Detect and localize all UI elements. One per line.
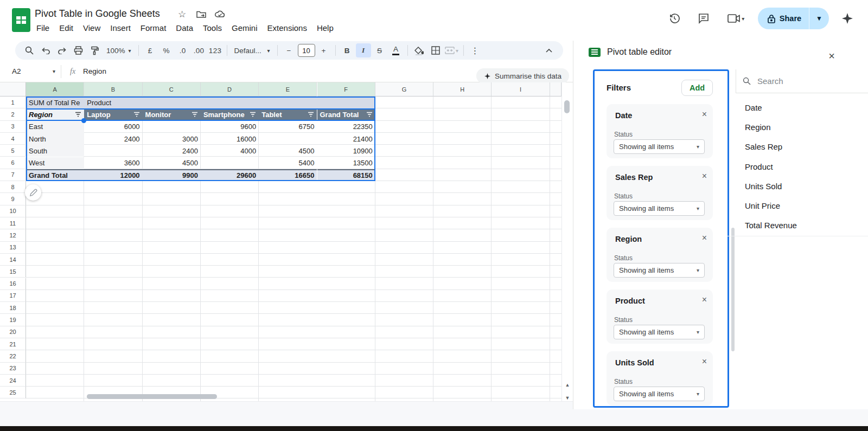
row-header-5[interactable]: 5 [0, 145, 26, 157]
column-header-D[interactable]: D [201, 82, 259, 97]
cell-B1[interactable]: Product [84, 97, 142, 108]
cell-E5[interactable]: 4500 [259, 145, 317, 157]
move-to-folder-icon[interactable] [196, 10, 206, 21]
field-search-input[interactable] [757, 76, 844, 86]
row-header-6[interactable]: 6 [0, 157, 26, 169]
text-color-button[interactable]: A [388, 43, 404, 57]
meet-video-icon[interactable]: ▾ [722, 8, 750, 29]
row-header-21[interactable]: 21 [0, 338, 26, 350]
vertical-scrollbar-thumb[interactable] [564, 100, 570, 113]
borders-icon[interactable] [428, 43, 443, 57]
menu-gemini[interactable]: Gemini [227, 22, 263, 34]
menu-tools[interactable]: Tools [198, 22, 227, 34]
cell-C4[interactable]: 3000 [143, 133, 201, 145]
row-header-15[interactable]: 15 [0, 266, 26, 278]
menu-extensions[interactable]: Extensions [263, 22, 312, 34]
cell-B3[interactable]: 6000 [84, 121, 142, 133]
column-header-H[interactable]: H [433, 82, 492, 97]
menu-format[interactable]: Format [136, 22, 171, 34]
bold-button[interactable]: B [340, 43, 355, 57]
row-header-17[interactable]: 17 [0, 290, 26, 302]
row-header-10[interactable]: 10 [0, 205, 26, 217]
gemini-sparkle-icon[interactable] [837, 8, 858, 29]
format-percent-button[interactable]: % [159, 43, 174, 57]
font-family-control[interactable]: Defaul...▾ [231, 43, 273, 57]
filter-status-dropdown[interactable]: Showing all items▾ [614, 139, 705, 154]
decrease-decimal-button[interactable]: .0 [175, 43, 190, 57]
scroll-down-icon[interactable]: ▼ [563, 395, 572, 401]
field-item-units-sold[interactable]: Units Sold [745, 182, 782, 191]
remove-filter-icon[interactable]: × [702, 295, 707, 305]
cell-A5[interactable]: South [26, 145, 84, 157]
menu-view[interactable]: View [78, 22, 105, 34]
more-options-icon[interactable]: ⋮ [468, 43, 483, 57]
row-header-9[interactable]: 9 [0, 193, 26, 205]
row-header-18[interactable]: 18 [0, 302, 26, 314]
remove-filter-icon[interactable]: × [702, 233, 707, 243]
star-icon[interactable]: ☆ [178, 9, 186, 20]
filter-status-dropdown[interactable]: Showing all items▾ [614, 325, 705, 339]
font-size-input[interactable]: 10 [298, 44, 315, 57]
vertical-scrollbar-track[interactable] [561, 82, 573, 401]
field-item-unit-price[interactable]: Unit Price [745, 201, 780, 210]
cell-B4[interactable]: 2400 [84, 133, 142, 145]
filter-icon[interactable] [250, 112, 256, 117]
row-header-13[interactable]: 13 [0, 242, 26, 254]
cell-E6[interactable]: 5400 [259, 157, 317, 169]
comments-icon[interactable] [693, 8, 714, 29]
filter-icon[interactable] [133, 112, 140, 117]
pivot-header-smartphone[interactable]: Smartphone [201, 108, 259, 120]
sheets-logo-icon[interactable] [12, 8, 30, 32]
menu-file[interactable]: File [31, 22, 54, 34]
row-header-8[interactable]: 8 [0, 181, 26, 193]
italic-button-active[interactable]: I [356, 43, 371, 57]
row-header-4[interactable]: 4 [0, 133, 26, 145]
pivot-header-tablet[interactable]: Tablet [259, 108, 317, 120]
share-main[interactable]: Share [758, 14, 809, 23]
summarise-data-button[interactable]: Summarise this data [476, 68, 569, 83]
remove-filter-icon[interactable]: × [702, 110, 707, 119]
row-header-7[interactable]: 7 [0, 169, 26, 181]
menu-help[interactable]: Help [312, 22, 339, 34]
edit-pivot-button[interactable] [25, 184, 41, 201]
fill-color-icon[interactable] [412, 43, 427, 57]
field-item-sales-rep[interactable]: Sales Rep [745, 142, 782, 151]
format-currency-button[interactable]: £ [143, 43, 158, 57]
column-header-A[interactable]: A [26, 82, 84, 97]
field-item-product[interactable]: Product [745, 162, 773, 171]
paint-format-icon[interactable] [87, 43, 102, 57]
row-header-3[interactable]: 3 [0, 121, 26, 133]
increase-font-size-button[interactable]: + [316, 43, 331, 57]
cell-C6[interactable]: 4500 [143, 157, 201, 169]
search-icon[interactable] [22, 43, 37, 57]
pivot-header-monitor[interactable]: Monitor [143, 108, 201, 120]
row-header-20[interactable]: 20 [0, 326, 26, 338]
cell-E3[interactable]: 6750 [259, 121, 317, 133]
row-header-23[interactable]: 23 [0, 363, 26, 375]
menu-insert[interactable]: Insert [105, 22, 136, 34]
cell-total-2[interactable]: 9900 [143, 169, 201, 181]
cell-D3[interactable]: 9600 [201, 121, 259, 133]
cell-A3[interactable]: East [26, 121, 84, 133]
formula-input[interactable]: Region [83, 67, 106, 75]
document-title[interactable]: Pivot Table in Google Sheets [35, 8, 160, 20]
row-header-19[interactable]: 19 [0, 314, 26, 326]
zoom-control[interactable]: 100%▾ [103, 43, 135, 57]
column-header-C[interactable]: C [143, 82, 201, 97]
row-header-11[interactable]: 11 [0, 217, 26, 229]
filter-icon[interactable] [308, 112, 314, 117]
share-button[interactable]: Share ▼ [758, 8, 829, 29]
collapse-toolbar-icon[interactable] [541, 43, 557, 57]
cell-C5[interactable]: 2400 [143, 145, 201, 157]
cell-D4[interactable]: 16000 [201, 133, 259, 145]
meet-caret-icon[interactable]: ▾ [742, 16, 744, 22]
filter-icon[interactable] [192, 112, 198, 117]
cell-A1[interactable]: SUM of Total Re [26, 97, 84, 108]
cell-total-4[interactable]: 16650 [259, 169, 317, 181]
scroll-up-icon[interactable]: ▲ [563, 382, 572, 388]
merge-cells-icon[interactable]: ▾ [444, 43, 459, 57]
cell-total-3[interactable]: 29600 [201, 169, 259, 181]
select-all-corner[interactable] [0, 82, 26, 97]
menu-edit[interactable]: Edit [54, 22, 78, 34]
cell-D5[interactable]: 4000 [201, 145, 259, 157]
